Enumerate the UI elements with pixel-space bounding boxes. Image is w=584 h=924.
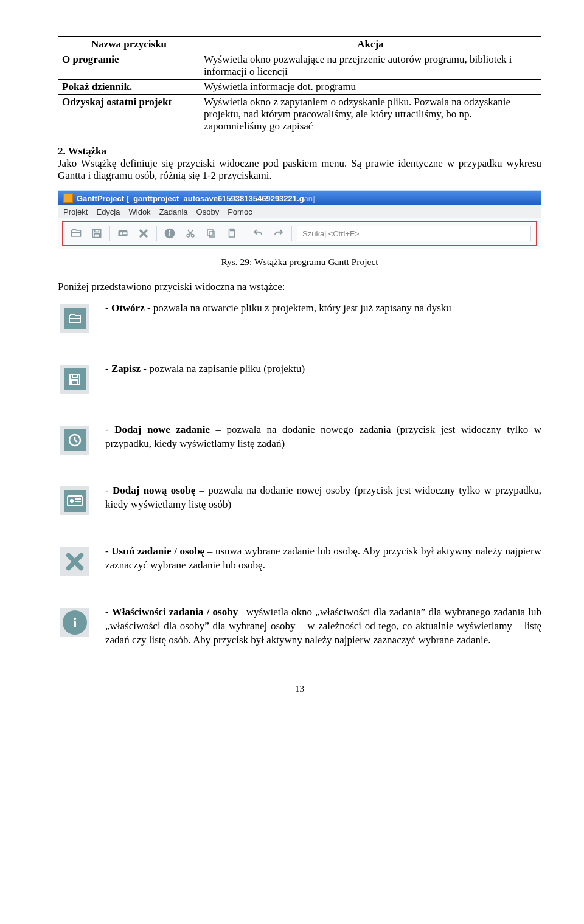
- button-description-text: - Dodaj nowe zadanie – pozwala na dodani…: [105, 423, 541, 451]
- open-icon: [60, 304, 89, 333]
- button-desc: pozwala na zapisanie pliku (projektu): [149, 363, 305, 374]
- button-description-text: - Dodaj nową osobę – pozwala na dodanie …: [105, 484, 541, 512]
- add-person-icon[interactable]: [115, 226, 131, 241]
- menu-item[interactable]: Osoby: [196, 207, 220, 216]
- svg-rect-2: [94, 234, 99, 238]
- svg-rect-17: [207, 230, 213, 235]
- button-description-text: - Właściwości zadania / osoby– wyświetla…: [105, 605, 541, 647]
- button-description-row: - Otwórz - pozwala na otwarcie pliku z p…: [58, 302, 541, 333]
- window-title-suffix: an]: [304, 194, 315, 203]
- button-description-text: - Zapisz - pozwala na zapisanie pliku (p…: [105, 362, 541, 376]
- separator: [291, 226, 292, 241]
- menu-item[interactable]: Pomoc: [228, 207, 252, 216]
- table-cell-name: Pokaż dziennik.: [58, 80, 200, 95]
- menu-item[interactable]: Projekt: [63, 207, 88, 216]
- separator: [245, 226, 245, 241]
- menu-item[interactable]: Edycja: [96, 207, 120, 216]
- table-cell-action: Wyświetla okno z zapytaniem o odzyskanie…: [200, 95, 541, 134]
- delete-icon[interactable]: [136, 226, 151, 241]
- table-row: Pokaż dziennik. Wyświetla informacje dot…: [58, 80, 541, 95]
- window-title-prefix: GanttProject [_ganttproject_autosave6159…: [77, 194, 304, 203]
- button-name: Dodaj nowe zadanie: [114, 424, 210, 435]
- menu-bar: Projekt Edycja Widok Zadania Osoby Pomoc: [58, 205, 541, 218]
- menu-item[interactable]: Widok: [129, 207, 151, 216]
- paste-icon[interactable]: [224, 226, 240, 241]
- button-action-table: Nazwa przycisku Akcja O programie Wyświe…: [58, 36, 541, 134]
- table-row: Odzyskaj ostatni projekt Wyświetla okno …: [58, 95, 541, 134]
- table-header-name: Nazwa przycisku: [58, 37, 200, 52]
- intro-below-figure: Poniżej przedstawiono przyciski widoczna…: [58, 281, 541, 293]
- page-number: 13: [58, 684, 541, 694]
- section-heading: 2. Wstążka: [58, 145, 106, 157]
- button-name: Właściwości zadania / osoby: [112, 606, 238, 618]
- button-description-text: - Usuń zadanie / osobę – usuwa wybrane z…: [105, 545, 541, 573]
- button-name: Zapisz: [111, 363, 141, 374]
- save-icon[interactable]: [89, 226, 105, 241]
- window-title: GanttProject [_ganttproject_autosave6159…: [77, 194, 315, 203]
- info-icon[interactable]: [162, 226, 178, 241]
- table-cell-action: Wyświetla informacje dot. programu: [200, 80, 541, 95]
- table-header-action: Akcja: [200, 37, 541, 52]
- undo-icon[interactable]: [250, 226, 266, 241]
- svg-rect-22: [72, 380, 78, 384]
- svg-point-11: [169, 230, 171, 232]
- svg-rect-16: [209, 232, 215, 237]
- section-body: Jako Wstążkę definiuje się przyciski wid…: [58, 157, 541, 181]
- copy-icon[interactable]: [203, 226, 219, 241]
- open-icon[interactable]: [68, 226, 84, 241]
- cut-icon[interactable]: [182, 226, 198, 241]
- button-description-text: - Otwórz - pozwala na otwarcie pliku z p…: [105, 302, 541, 315]
- button-name: Dodaj nową osobę: [113, 484, 195, 496]
- svg-point-32: [74, 618, 76, 620]
- table-cell-action: Wyświetla okno pozwalające na przejrzeni…: [200, 52, 541, 80]
- search-placeholder: Szukaj <Ctrl+F>: [302, 229, 360, 238]
- separator: [109, 226, 110, 241]
- delete-icon: [60, 547, 89, 576]
- add-task-icon: [60, 426, 89, 455]
- menu-item[interactable]: Zadania: [159, 207, 188, 216]
- svg-point-4: [120, 232, 122, 235]
- svg-rect-6: [123, 233, 127, 234]
- button-name: Usuń zadanie / osobę: [111, 545, 204, 557]
- app-icon: [63, 193, 73, 203]
- svg-rect-1: [95, 229, 99, 232]
- separator: [156, 226, 157, 241]
- button-description-row: - Właściwości zadania / osoby– wyświetla…: [58, 605, 541, 647]
- section-paragraph: 2. Wstążka Jako Wstążkę definiuje się pr…: [58, 145, 541, 182]
- ganttproject-window-screenshot: GanttProject [_ganttproject_autosave6159…: [58, 190, 541, 249]
- table-cell-name: Odzyskaj ostatni projekt: [58, 95, 200, 134]
- svg-rect-21: [72, 374, 77, 378]
- search-input[interactable]: Szukaj <Ctrl+F>: [297, 226, 531, 241]
- table-row: O programie Wyświetla okno pozwalające n…: [58, 52, 541, 80]
- svg-rect-10: [169, 232, 170, 236]
- button-description-row: - Usuń zadanie / osobę – usuwa wybrane z…: [58, 545, 541, 576]
- save-icon: [60, 365, 89, 394]
- table-cell-name: O programie: [58, 52, 200, 80]
- svg-rect-5: [123, 232, 127, 233]
- redo-icon[interactable]: [271, 226, 287, 241]
- button-description-row: - Dodaj nową osobę – pozwala na dodanie …: [58, 484, 541, 515]
- svg-point-27: [70, 499, 74, 503]
- properties-icon: [60, 608, 89, 637]
- add-person-icon: [60, 486, 89, 515]
- ribbon-highlight: Szukaj <Ctrl+F>: [62, 221, 537, 246]
- svg-line-25: [75, 440, 77, 442]
- svg-rect-28: [75, 498, 81, 500]
- button-name: Otwórz: [111, 302, 145, 314]
- svg-rect-29: [75, 501, 81, 502]
- figure-caption: Rys. 29: Wstążka programu Gantt Project: [58, 257, 541, 267]
- button-description-row: - Zapisz - pozwala na zapisanie pliku (p…: [58, 362, 541, 394]
- window-titlebar: GanttProject [_ganttproject_autosave6159…: [58, 191, 541, 205]
- svg-rect-33: [74, 621, 76, 627]
- button-description-row: - Dodaj nowe zadanie – pozwala na dodani…: [58, 423, 541, 455]
- button-desc: pozwala na otwarcie pliku z projektem, k…: [153, 302, 451, 314]
